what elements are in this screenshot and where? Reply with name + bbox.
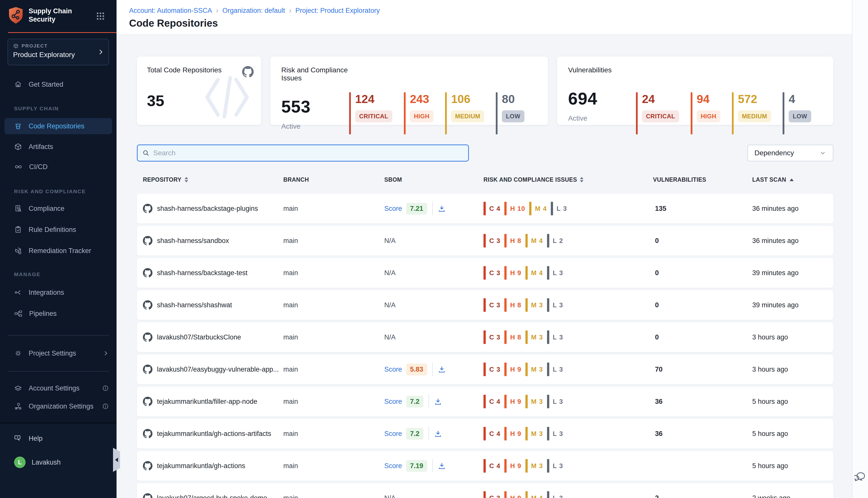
column-repository[interactable]: REPOSITORY [137,176,283,183]
github-icon [143,397,152,406]
table-row[interactable]: shash-harness/sandbox main N/A C3 H8 M4 … [137,226,833,255]
user-menu[interactable]: L Lavakush [14,457,61,468]
sidebar-item-integrations[interactable]: Integrations [14,286,109,300]
download-sbom-icon[interactable] [434,397,442,406]
github-icon [143,429,152,438]
info-icon[interactable] [102,385,109,392]
sidebar-item-account-settings[interactable]: Account Settings [14,381,109,395]
repository-name: lavakush07/argocd-hub-spoke-demo [157,494,267,498]
main-area: Account: Automation-SSCA › Organization:… [117,0,868,498]
support-chat-icon[interactable] [854,472,866,482]
sbom-na: N/A [384,494,396,498]
sbom-score-link[interactable]: Score [384,398,402,406]
section-label-supply-chain: SUPPLY CHAIN [14,106,59,112]
sbom-score-link[interactable]: Score [384,430,402,438]
high-count: H9 [504,266,521,280]
table-row[interactable]: shash-harness/backstage-plugins main Sco… [137,194,833,223]
project-cube-icon [13,43,18,49]
table-row[interactable]: lavakush07/argocd-hub-spoke-demo main N/… [137,483,833,498]
last-scan-time: 39 minutes ago [752,269,833,277]
critical-count: C4 [483,427,500,441]
dependency-filter-dropdown[interactable]: Dependency [747,145,833,161]
branch-name: main [283,398,384,406]
gear-icon [14,349,22,357]
sidebar-item-rule-definitions[interactable]: Rule Definitions [14,223,109,237]
clipboard-check-icon [14,226,22,234]
table-row[interactable]: lavakush07/StarbucksClone main N/A C3 H8… [137,323,833,352]
sidebar-item-code-repositories[interactable]: </> Code Repositories [4,118,112,134]
sidebar-item-remediation-tracker[interactable]: Remediation Tracker [14,244,109,258]
sidebar-item-artifacts[interactable]: Artifacts [14,140,109,154]
low-count: L3 [547,395,563,408]
vulnerabilities-value: 694 [568,89,636,108]
github-icon [143,204,152,213]
sidebar-item-cicd[interactable]: CI/CD [14,160,109,174]
sidebar-item-pipelines[interactable]: Pipelines [14,306,109,320]
download-sbom-icon[interactable] [434,430,442,438]
branch-name: main [283,205,384,212]
download-sbom-icon[interactable] [438,365,446,374]
sbom-na: N/A [384,269,396,277]
low-stat: 80 LOW [496,92,524,134]
sbom-score-link[interactable]: Score [384,366,402,374]
info-icon[interactable] [102,403,109,410]
sbom-score-badge: 7.2 [406,428,424,440]
github-icon [143,332,152,342]
search-input[interactable] [153,149,464,157]
sidebar-item-project-settings[interactable]: Project Settings [14,346,109,360]
table-row[interactable]: shash-harness/shashwat main N/A C3 H8 M3… [137,290,833,320]
sbom-score-link[interactable]: Score [384,205,402,212]
sidebar-collapse-handle[interactable] [113,448,120,472]
column-last-scan[interactable]: LAST SCAN [752,176,833,183]
medium-count: M3 [525,427,543,441]
breadcrumb-account[interactable]: Account: Automation-SSCA [129,7,212,15]
breadcrumb-organization[interactable]: Organization: default [223,7,285,15]
column-branch[interactable]: BRANCH [283,176,384,183]
page-title: Code Repositories [129,17,852,29]
repository-name: tejakummarikuntla/gh-actions [157,462,245,470]
sidebar-item-get-started[interactable]: Get Started [14,77,109,91]
low-count: L3 [547,491,563,498]
column-risk-compliance[interactable]: RISK AND COMPLIANCE ISSUES [483,176,653,183]
last-scan-time: 39 minutes ago [752,301,833,309]
vulnerability-count: 2 [653,494,752,498]
risk-severity-counts: C3 H8 M3 L3 [483,330,653,344]
app-title: Supply Chain Security [29,7,72,24]
last-scan-time: 5 hours ago [752,398,833,406]
github-icon [143,268,152,278]
table-row[interactable]: lavakush07/easybuggy-vulnerable-app... m… [137,355,833,384]
vulnerability-count: 36 [653,398,752,406]
download-sbom-icon[interactable] [438,462,446,470]
sidebar-item-compliance[interactable]: Compliance [14,201,109,215]
breadcrumb-project[interactable]: Project: Product Exploratory [295,7,380,15]
low-stat: 4 LOW [783,92,811,134]
severity-badge: LOW [789,110,811,122]
module-grid-icon[interactable] [96,12,105,21]
divider [432,363,433,376]
table-row[interactable]: tejakummarikuntla/gh-actions main Score … [137,451,833,481]
project-selector[interactable]: PROJECT Product Exploratory [8,39,109,65]
critical-count: C4 [483,459,500,473]
table-row[interactable]: tejakummarikuntla/filler-app-node main S… [137,387,833,416]
last-scan-time: 3 hours ago [752,366,833,374]
brand-accent-line [8,32,117,33]
column-sbom[interactable]: SBOM [384,176,483,183]
column-vulnerabilities[interactable]: VULNERABILITIES [653,176,752,183]
sidebar-item-organization-settings[interactable]: Organization Settings [14,399,109,413]
content: Total Code Repositories 35 [117,56,852,498]
table-row[interactable]: tejakummarikuntla/gh-actions-artifacts m… [137,419,833,448]
toolbar: Dependency [137,144,833,161]
org-chart-icon [14,402,22,410]
table-row[interactable]: shash-harness/backstage-test main N/A C3… [137,258,833,288]
low-count: L2 [547,234,563,248]
search-box[interactable] [137,144,469,161]
sbom-score-badge: 7.2 [406,396,424,408]
sidebar-divider [8,335,109,336]
medium-count: M4 [529,202,547,215]
high-count: H8 [504,330,521,344]
download-sbom-icon[interactable] [438,205,446,212]
sbom-score-link[interactable]: Score [384,462,402,470]
help-button[interactable]: ? Help [14,434,43,443]
risk-severity-counts: C4 H9 M3 L3 [483,427,653,441]
medium-count: M3 [525,363,543,376]
